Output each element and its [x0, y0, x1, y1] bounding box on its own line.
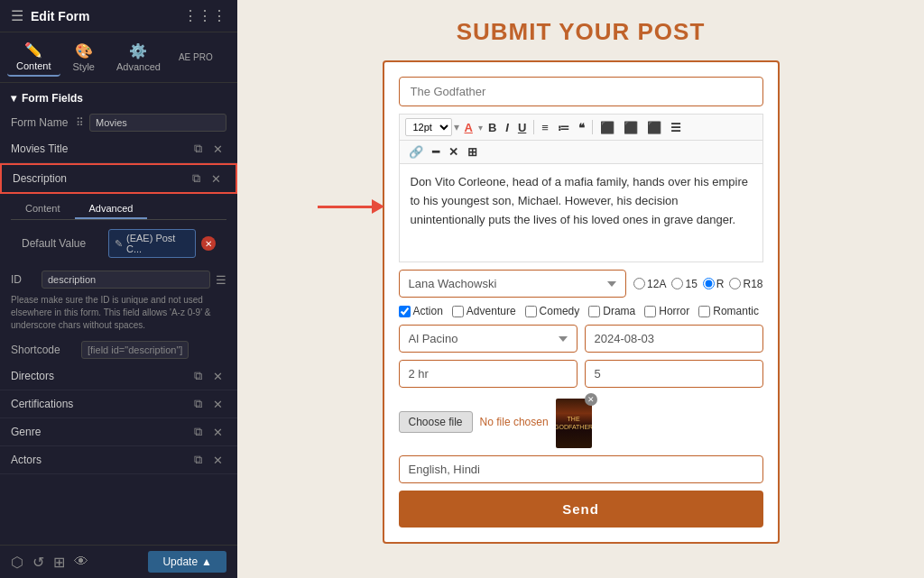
tab-advanced[interactable]: ⚙️ Advanced — [107, 39, 170, 76]
tab-content[interactable]: ✏️ Content — [7, 38, 60, 77]
history-icon[interactable]: ↺ — [32, 554, 44, 571]
choose-file-button[interactable]: Choose file — [399, 411, 473, 433]
rating-r18-radio[interactable] — [729, 278, 741, 289]
property-tab-advanced[interactable]: Advanced — [75, 199, 148, 219]
rating-12a-label: 12A — [647, 278, 666, 290]
thumbnail-preview: THEGODFATHER — [556, 399, 592, 448]
close-icon-description[interactable]: ✕ — [208, 170, 225, 188]
field-label-directors: Directors — [11, 370, 187, 382]
rating-options: 12A 15 R R18 — [633, 278, 762, 290]
align-center-button[interactable]: ⬛ — [620, 120, 642, 135]
hamburger-icon[interactable]: ☰ — [11, 7, 23, 24]
tab-content-label: Content — [16, 60, 51, 71]
director-select[interactable]: Lana Wachowski — [399, 270, 627, 298]
copy-icon-certifications[interactable]: ⧉ — [190, 395, 206, 413]
copy-icon-genre[interactable]: ⧉ — [190, 423, 206, 441]
form-title: SUBMIT YOUR POST — [273, 18, 888, 46]
edit-icon: ✎ — [115, 238, 123, 250]
movie-title-input[interactable] — [399, 77, 763, 106]
link-button[interactable]: 🔗 — [405, 144, 427, 160]
genre-comedy-checkbox[interactable] — [525, 306, 537, 317]
tab-aepro[interactable]: AE PRO — [173, 49, 218, 66]
copy-icon-directors[interactable]: ⧉ — [190, 367, 206, 385]
genre-drama: Drama — [588, 305, 635, 317]
genre-adventure-checkbox[interactable] — [452, 306, 464, 317]
rating-15-radio[interactable] — [671, 278, 683, 289]
field-label-genre: Genre — [11, 426, 187, 438]
update-label: Update — [162, 555, 198, 568]
font-color-button[interactable]: A — [461, 120, 476, 135]
list-icon[interactable]: ☰ — [216, 273, 226, 287]
actor-select[interactable]: Al Pacino — [399, 325, 578, 353]
bold-button[interactable]: B — [485, 120, 500, 135]
copy-icon-movies-title[interactable]: ⧉ — [190, 140, 206, 158]
main-content: SUBMIT YOUR POST 12pt 14pt 16pt ▾ A ▾ B … — [237, 0, 924, 578]
field-row-genre: Genre ⧉ ✕ — [0, 418, 237, 446]
align-right-button[interactable]: ⬛ — [643, 120, 665, 135]
shortcode-value: [field id="description"] — [81, 341, 189, 359]
unordered-list-button[interactable]: ≡ — [538, 120, 552, 135]
genre-action-checkbox[interactable] — [399, 306, 411, 317]
blockquote-button[interactable]: ❝ — [575, 120, 588, 135]
toolbar-color-chevron: ▾ — [478, 123, 483, 133]
rating-r-radio[interactable] — [703, 278, 715, 289]
id-hint-text: Please make sure the ID is unique and no… — [0, 292, 237, 337]
editor-area[interactable]: Don Vito Corleone, head of a mafia famil… — [399, 163, 763, 262]
hr-button[interactable]: ━ — [429, 144, 443, 160]
close-icon-certifications[interactable]: ✕ — [209, 396, 226, 413]
update-button[interactable]: Update ▲ — [148, 551, 226, 573]
default-value-text: (EAE) Post C... — [126, 233, 189, 254]
eye-icon[interactable]: 👁 — [74, 554, 88, 571]
chevron-select-icon: ▾ — [454, 121, 459, 133]
form-name-input[interactable] — [89, 114, 226, 132]
sidebar-footer: ⬡ ↺ ⊞ 👁 Update ▲ — [0, 545, 237, 578]
field-label-movies-title: Movies Title — [11, 142, 187, 155]
genre-drama-label: Drama — [603, 305, 635, 317]
genre-action-label: Action — [413, 305, 443, 317]
font-size-select[interactable]: 12pt 14pt 16pt — [405, 118, 452, 136]
close-icon-genre[interactable]: ✕ — [209, 424, 226, 441]
table-button[interactable]: ⊞ — [464, 144, 481, 160]
remove-format-button[interactable]: ✕ — [445, 144, 462, 160]
duration-input[interactable] — [399, 360, 578, 388]
align-left-button[interactable]: ⬛ — [596, 120, 618, 135]
id-input[interactable] — [42, 271, 210, 289]
tab-style[interactable]: 🎨 Style — [64, 39, 104, 76]
chevron-up-icon: ▲ — [201, 555, 212, 568]
grid-icon[interactable]: ⋮⋮⋮ — [183, 7, 226, 24]
genre-adventure-label: Adventure — [467, 305, 516, 317]
editor-toolbar-row2: 🔗 ━ ✕ ⊞ — [399, 140, 763, 163]
rating-12a-radio[interactable] — [633, 278, 645, 289]
copy-icon-actors[interactable]: ⧉ — [190, 451, 206, 469]
rating-r: R — [703, 278, 725, 290]
close-icon-directors[interactable]: ✕ — [209, 368, 226, 385]
tab-style-label: Style — [73, 61, 95, 72]
ordered-list-button[interactable]: ≔ — [554, 120, 573, 135]
genre-horror-label: Horror — [659, 305, 689, 317]
copy-icon-description[interactable]: ⧉ — [189, 170, 204, 188]
thumbnail-remove-button[interactable]: ✕ — [585, 393, 597, 406]
genre-horror: Horror — [644, 305, 689, 317]
default-value-field[interactable]: ✎ (EAE) Post C... — [108, 229, 196, 258]
italic-button[interactable]: I — [502, 120, 513, 135]
score-input[interactable] — [585, 360, 763, 388]
tab-advanced-label: Advanced — [116, 61, 161, 72]
close-icon-actors[interactable]: ✕ — [209, 452, 226, 469]
genre-drama-checkbox[interactable] — [588, 306, 600, 317]
template-icon[interactable]: ⊞ — [53, 554, 65, 571]
language-input[interactable] — [399, 455, 763, 483]
pencil-icon: ✏️ — [24, 41, 42, 59]
genre-horror-checkbox[interactable] — [644, 306, 656, 317]
delete-default-value-button[interactable]: ✕ — [201, 236, 216, 251]
form-fields-section-header[interactable]: ▾ Form Fields — [0, 83, 237, 110]
genre-row: Action Adventure Comedy Drama Horror Rom… — [399, 305, 763, 317]
underline-button[interactable]: U — [514, 120, 530, 135]
close-icon-movies-title[interactable]: ✕ — [209, 141, 226, 158]
align-justify-button[interactable]: ☰ — [667, 120, 685, 135]
property-tab-content[interactable]: Content — [11, 199, 75, 219]
genre-romantic: Romantic — [698, 305, 759, 317]
layers-icon[interactable]: ⬡ — [11, 554, 23, 571]
genre-romantic-checkbox[interactable] — [698, 306, 710, 317]
send-button[interactable]: Send — [399, 491, 763, 528]
date-input[interactable] — [585, 325, 763, 353]
